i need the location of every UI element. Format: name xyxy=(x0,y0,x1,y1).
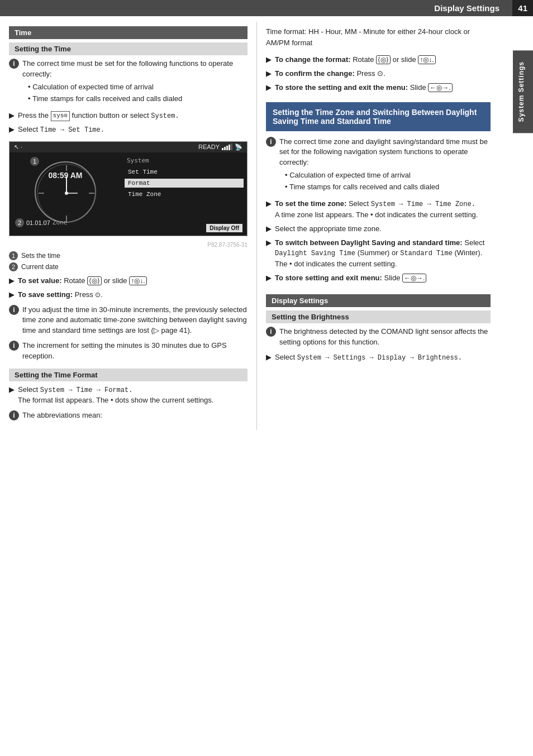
system-mono: System. xyxy=(151,112,179,120)
page-header: Display Settings 41 xyxy=(0,0,533,16)
list-item: Calculation of expected time of arrival xyxy=(28,82,248,92)
tz-info-list: Calculation of expected time of arrival … xyxy=(279,170,491,192)
press-icon-1: ⊙. xyxy=(95,291,102,299)
image-credit: P82.87-3756-31 xyxy=(9,242,248,248)
left-column: Time Setting the Time i The correct time… xyxy=(0,22,257,430)
arrow-icon: ▶ xyxy=(266,352,272,363)
info-icon-tz-1: i xyxy=(266,137,276,147)
clock-container: 08:59 AM xyxy=(35,161,96,223)
signal-bars xyxy=(222,143,232,150)
arrow-icon: ▶ xyxy=(266,224,272,235)
bullet-change-format: ▶ To change the format: Rotate ⟨◎⟩ or sl… xyxy=(266,55,491,65)
bullet-select-time: ▶ Select Time → Set Time. xyxy=(9,125,248,135)
arrow-icon: ▶ xyxy=(9,385,15,395)
bullet-set-timezone: ▶ To set the time zone: Select System → … xyxy=(266,199,491,220)
bullet-store-setting: ▶ To store the setting and exit the menu… xyxy=(266,83,491,93)
legend-icon-1: 1 xyxy=(9,251,18,260)
arrow-icon: ▶ xyxy=(9,276,15,286)
list-item: Time stamps for calls received and calls… xyxy=(28,94,248,104)
brightness-subsection: Setting the Brightness xyxy=(266,310,491,323)
arrow-icon: ▶ xyxy=(266,238,272,248)
info-text-3: The increment for setting the minutes is… xyxy=(22,341,248,362)
info-icon-2: i xyxy=(9,305,19,315)
bullet-save-setting: ▶ To save setting: Press ⊙. xyxy=(9,290,248,300)
legend-2: 2 Current date xyxy=(9,262,248,271)
display-left: 08:59 AM xyxy=(9,152,121,232)
knob-icon-1: ⟨◎⟩ xyxy=(87,276,102,285)
info-tz-block-1: i The correct time zone and daylight sav… xyxy=(266,137,491,195)
info-text-1: The correct time must be set for the fol… xyxy=(22,59,248,106)
slide-icon-1: ↑◎↓. xyxy=(129,276,146,285)
info-icon-3: i xyxy=(9,341,19,351)
time-format-body: Time format: HH - Hour, MM - Minute for … xyxy=(266,26,491,48)
info-icon-1: i xyxy=(9,59,19,69)
time-format-subsection: Setting the Time Format xyxy=(9,369,248,381)
list-item: Time stamps for calls received and calls… xyxy=(285,182,491,192)
info-tz-text-1: The correct time zone and daylight savin… xyxy=(279,137,491,195)
info-block-2: i If you adjust the time in 30-minute in… xyxy=(9,305,248,337)
info-brightness-block: i The brightness detected by the COMAND … xyxy=(266,327,491,348)
menu-item-timezone: Time Zone xyxy=(125,190,244,199)
time-section-header: Time xyxy=(9,26,248,39)
arrow-icon: ▶ xyxy=(9,111,15,121)
arrow-icon: ▶ xyxy=(266,199,272,209)
display-settings-header: Display Settings xyxy=(266,294,491,307)
tz-select-mono: System → Time → Time Zone. xyxy=(371,200,475,208)
info-brightness-text: The brightness detected by the COMAND li… xyxy=(279,327,491,348)
bullet-set-value: ▶ To set value: Rotate ⟨◎⟩ or slide ↑◎↓. xyxy=(9,276,248,286)
arrow-icon: ▶ xyxy=(9,125,15,135)
format-mono: System → Time → Format. xyxy=(40,386,133,394)
dst-mono-2: Standard Time xyxy=(400,250,453,257)
tz-section-title: Setting the Time Zone and Switching Betw… xyxy=(273,108,484,126)
sidebar-tab: System Settings xyxy=(513,50,533,133)
display-off-container: Display Off xyxy=(206,224,242,232)
display-top-bar: ↖ · READY 📡 xyxy=(9,142,247,152)
info-block-1: i The correct time must be set for the f… xyxy=(9,59,248,106)
slide-icon-3: ←◎→. xyxy=(428,83,452,92)
display-content: 08:59 AM xyxy=(9,152,247,232)
info-block-4: i The abbreviations mean: xyxy=(9,410,248,421)
legend-icon-2: 2 xyxy=(9,262,18,271)
page-number: 41 xyxy=(512,0,533,16)
legend-num-2: 2 xyxy=(15,218,24,227)
display-right: System Set Time Format Time Zone Display… xyxy=(121,152,247,232)
bullet-select-brightness: ▶ Select System → Settings → Display → B… xyxy=(266,352,491,363)
legend-num-1: 1 xyxy=(30,157,39,166)
antenna-icon: 📡 xyxy=(235,143,242,151)
list-item: Calculation of expected time of arrival xyxy=(285,170,491,180)
slide-icon-2: ↑◎↓. xyxy=(418,55,435,64)
info-block-3: i The increment for setting the minutes … xyxy=(9,341,248,362)
right-column: Time format: HH - Hour, MM - Minute for … xyxy=(257,22,513,430)
bullet-switch-dst: ▶ To switch between Daylight Saving and … xyxy=(266,238,491,270)
svg-point-7 xyxy=(65,192,68,195)
menu-item-format: Format xyxy=(125,179,244,188)
info-icon-4: i xyxy=(9,410,19,420)
bullet-select-format: ▶ Select System → Time → Format. The for… xyxy=(9,385,248,406)
arrow-icon: ▶ xyxy=(266,273,272,284)
system-header: System xyxy=(125,156,244,165)
menu-item-set-time: Set Time xyxy=(125,168,244,176)
display-image: ↖ · READY 📡 0 xyxy=(9,141,248,236)
arrow-icon: ▶ xyxy=(266,55,272,65)
dst-mono-1: Daylight Saving Time xyxy=(275,250,355,257)
bullet-select-timezone: ▶ Select the appropriate time zone. xyxy=(266,224,491,235)
time-mono: Time → Set Time. xyxy=(40,126,104,134)
sys-badge: sys⊙ xyxy=(51,111,70,121)
setting-time-subsection: Setting the Time xyxy=(9,42,248,55)
arrow-icon: ▶ xyxy=(9,290,15,300)
clock-svg xyxy=(36,162,97,224)
slide-icon-4: ←◎→. xyxy=(402,274,426,283)
header-title: Display Settings xyxy=(434,3,499,13)
bullet-store-exit: ▶ To store setting and exit menu: Slide … xyxy=(266,273,491,284)
bullet-press-sys: ▶ Press the sys⊙ function button or sele… xyxy=(9,111,248,121)
bullet-confirm-change: ▶ To confirm the change: Press ⊙. xyxy=(266,69,491,79)
press-icon-2: ⊙. xyxy=(377,69,386,78)
display-date: 2 01.01.07 Zone xyxy=(15,218,67,227)
info-list-1: Calculation of expected time of arrival … xyxy=(22,82,248,104)
ready-indicator: READY 📡 xyxy=(198,143,242,151)
info-text-4: The abbreviations mean: xyxy=(22,410,248,421)
brightness-mono: System → Settings → Display → Brightness… xyxy=(297,354,462,362)
info-icon-brightness: i xyxy=(266,327,276,337)
tz-section: Setting the Time Zone and Switching Betw… xyxy=(266,102,491,131)
info-text-2: If you adjust the time in 30-minute incr… xyxy=(22,305,248,337)
